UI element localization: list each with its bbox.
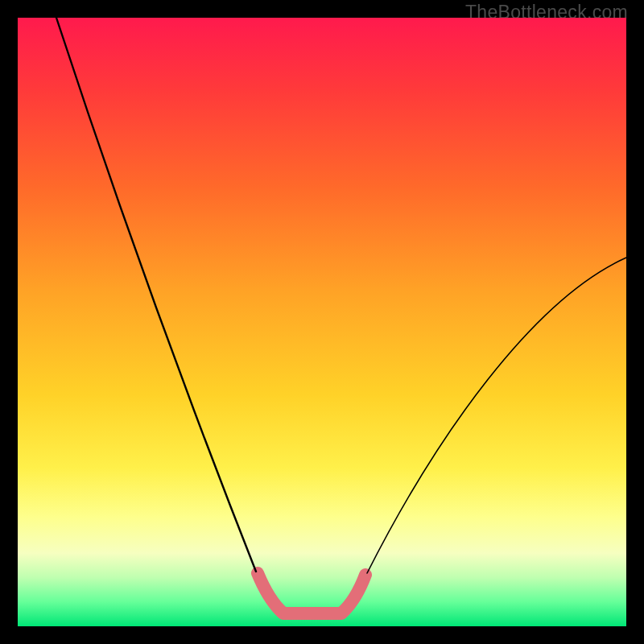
curve-layer xyxy=(18,18,626,626)
highlight-bottom-segment xyxy=(258,573,365,613)
curve-right-arm xyxy=(367,258,626,573)
chart-frame: TheBottleneck.com xyxy=(0,0,644,644)
plot-area xyxy=(18,18,626,626)
curve-left-arm xyxy=(56,18,256,572)
